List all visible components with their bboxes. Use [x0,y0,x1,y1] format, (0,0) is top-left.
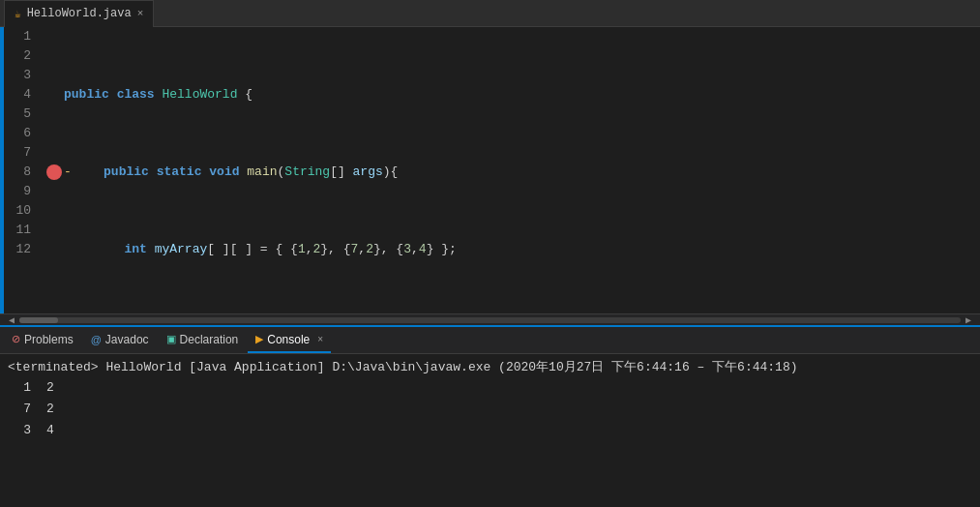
console-row1-col2: 2 [46,377,54,399]
declaration-icon: ▣ [166,333,176,345]
line-num-10: 10 [8,201,31,221]
editor-tab-bar: ☕ HelloWorld.java × [0,0,980,27]
line-num-11: 11 [8,221,31,240]
console-row3-col1: 3 [8,420,46,441]
java-file-icon: ☕ [15,8,21,20]
editor-area: 1 2 3 4 5 6 7 8 9 10 11 12 public class … [0,27,980,325]
editor-horizontal-scrollbar[interactable]: ◀ ▶ [0,313,980,325]
line-num-3: 3 [8,66,31,85]
code-line-2: - public static void main(String[] args)… [46,163,972,182]
javadoc-label: Javadoc [105,333,149,346]
tab-problems[interactable]: ⊘ Problems [4,328,81,353]
line-num-6: 6 [8,124,31,143]
console-terminated-line: <terminated> HelloWorld [Java Applicatio… [8,358,972,377]
panel-tabs: ⊘ Problems @ Javadoc ▣ Declaration ▶ Con… [0,327,980,354]
line-num-8: 8 [8,163,31,182]
console-label: Console [267,333,310,346]
console-output: <terminated> HelloWorld [Java Applicatio… [0,354,980,505]
scroll-left-btn[interactable]: ◀ [4,314,19,326]
line-numbers: 1 2 3 4 5 6 7 8 9 10 11 12 [4,27,39,313]
line-num-4: 4 [8,85,31,104]
code-area[interactable]: public class HelloWorld { - public stati… [39,27,980,313]
console-row3-col2: 4 [46,420,54,441]
editor-tab-close[interactable]: × [137,8,144,19]
console-row1-col1: 1 [8,377,46,399]
declaration-label: Declaration [180,333,239,346]
problems-label: Problems [24,333,74,346]
editor-tab-helloworld[interactable]: ☕ HelloWorld.java × [4,0,154,27]
console-row2-col2: 2 [46,399,54,420]
line-num-5: 5 [8,104,31,124]
console-output-row-3: 3 4 [8,420,972,441]
console-row2-col1: 7 [8,399,46,420]
editor-content: 1 2 3 4 5 6 7 8 9 10 11 12 public class … [0,27,980,313]
line-num-1: 1 [8,27,31,46]
line-num-7: 7 [8,143,31,163]
scroll-thumb[interactable] [19,317,58,323]
scroll-right-btn[interactable]: ▶ [961,314,976,326]
console-output-row-1: 1 2 [8,377,972,399]
javadoc-icon: @ [91,334,102,345]
code-line-1: public class HelloWorld { [46,85,972,104]
tab-javadoc[interactable]: @ Javadoc [83,328,157,353]
line-num-12: 12 [8,240,31,259]
tab-declaration[interactable]: ▣ Declaration [159,328,247,353]
code-line-3: int myArray[ ][ ] = { {1,2}, {7,2}, {3,4… [46,240,972,259]
line-num-2: 2 [8,46,31,66]
console-icon: ▶ [255,333,263,345]
line-num-9: 9 [8,182,31,201]
editor-tab-label: HelloWorld.java [27,7,132,20]
line2-arrow: - [64,163,72,182]
bottom-panel: ⊘ Problems @ Javadoc ▣ Declaration ▶ Con… [0,325,980,505]
breakpoint-line2 [46,164,62,180]
console-output-row-2: 7 2 [8,399,972,420]
tab-console[interactable]: ▶ Console × [248,328,331,353]
problems-icon: ⊘ [12,333,20,345]
scroll-track[interactable] [19,317,961,323]
console-tab-close[interactable]: × [317,334,323,344]
